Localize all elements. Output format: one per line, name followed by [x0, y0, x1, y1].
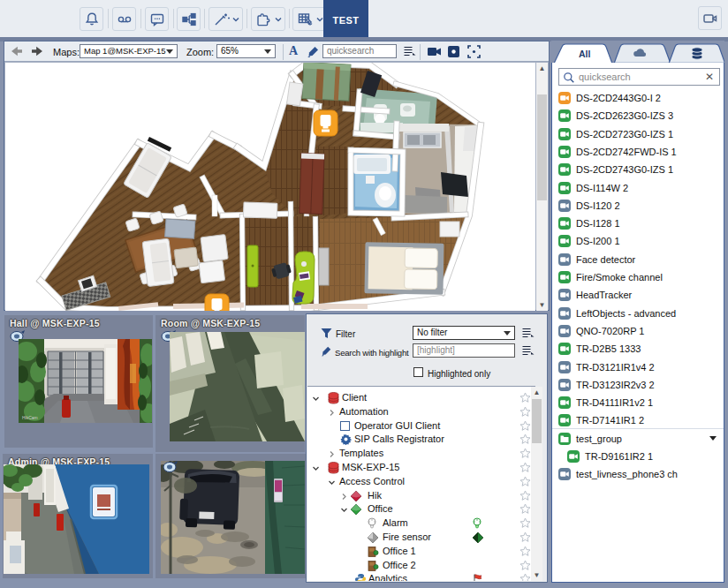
svg-text:HikCam: HikCam [22, 415, 38, 420]
svg-text:All: All [579, 49, 591, 59]
